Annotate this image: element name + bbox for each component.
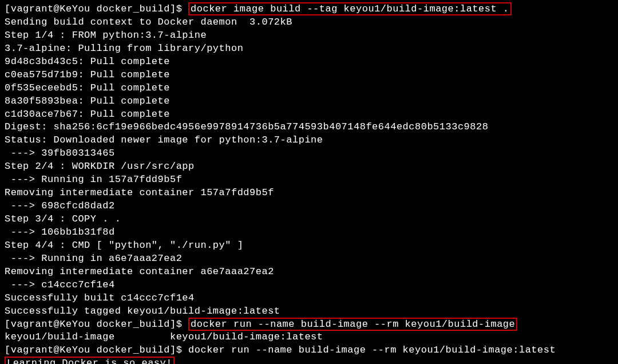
output-line: Status: Downloaded newer image for pytho… [5, 134, 613, 147]
highlighted-command-1: docker image build --tag keyou1/build-im… [188, 2, 512, 15]
output-line: Successfully tagged keyou1/build-image:l… [5, 305, 613, 318]
output-line: c1d30ace7b67: Pull complete [5, 108, 613, 121]
terminal-line: [vagrant@KeYou docker_build]$ docker run… [5, 318, 613, 331]
highlighted-command-2: docker run --name build-image --rm keyou… [188, 318, 517, 331]
output-line: Step 3/4 : COPY . . [5, 213, 613, 226]
output-line: 8a30f5893bea: Pull complete [5, 95, 613, 108]
highlighted-output: Learning Docker is so easy! [5, 357, 613, 364]
output-line: ---> 106bb1b31f8d [5, 226, 613, 239]
output-line: 0f535eceebd5: Pull complete [5, 82, 613, 95]
shell-prompt: [vagrant@KeYou docker_build]$ [5, 345, 188, 355]
output-line: 3.7-alpine: Pulling from library/python [5, 42, 613, 56]
output-line: ---> 698cfcd8dad2 [5, 200, 613, 213]
terminal-line: [vagrant@KeYou docker_build]$ docker ima… [5, 3, 613, 16]
output-line: Step 4/4 : CMD [ "python", "./run.py" ] [5, 239, 613, 252]
output-line: Step 1/4 : FROM python:3.7-alpine [5, 29, 613, 42]
output-line: Step 2/4 : WORKDIR /usr/src/app [5, 160, 613, 173]
output-line: ---> c14ccc7cf1e4 [5, 279, 613, 292]
output-line: 9d48c3bd43c5: Pull complete [5, 56, 613, 69]
shell-prompt: [vagrant@KeYou docker_build]$ [5, 319, 188, 330]
output-line: c0ea575d71b9: Pull complete [5, 69, 613, 82]
terminal-line: [vagrant@KeYou docker_build]$ docker run… [5, 344, 613, 357]
output-line: Successfully built c14ccc7cf1e4 [5, 292, 613, 305]
output-line: Removing intermediate container 157a7fdd… [5, 187, 613, 200]
highlighted-output-text: Learning Docker is so easy! [5, 357, 175, 364]
output-line: Digest: sha256:6cf19e966bedc4956e9978914… [5, 121, 613, 134]
output-line: Sending build context to Docker daemon 3… [5, 16, 613, 29]
shell-prompt: [vagrant@KeYou docker_build]$ [5, 3, 188, 14]
output-line: Removing intermediate container a6e7aaa2… [5, 266, 613, 279]
output-line: ---> Running in 157a7fdd9b5f [5, 173, 613, 187]
output-line: ---> 39fb80313465 [5, 147, 613, 160]
output-line: ---> Running in a6e7aaa27ea2 [5, 252, 613, 266]
output-line: keyou1/build-image keyou1/build-image:la… [5, 331, 613, 344]
command-text: docker run --name build-image --rm keyou… [188, 345, 556, 355]
